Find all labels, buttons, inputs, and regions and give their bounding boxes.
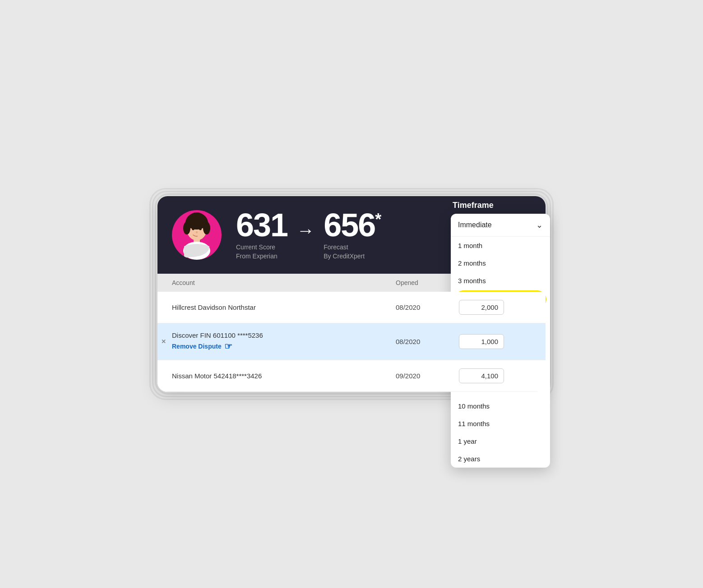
table-row-highlighted: ✕ Discover FIN 601100 ****5236 Remove Di… <box>157 323 546 360</box>
credit-input-wrapper-discover <box>459 334 531 349</box>
opened-date-hillcrest: 08/2020 <box>396 303 459 311</box>
timeframe-option-11months[interactable]: 11 months <box>451 415 550 432</box>
account-name-hillcrest: Hillcrest Davidson Northstar <box>172 303 396 311</box>
svg-point-8 <box>199 227 202 230</box>
high-credit-input-hillcrest[interactable] <box>459 300 504 315</box>
timeframe-option-2years[interactable]: 2 years <box>451 450 550 468</box>
timeframe-option-3months[interactable]: 3 months <box>451 272 550 289</box>
opened-date-nissan: 09/2020 <box>396 372 459 380</box>
high-credit-input-nissan[interactable] <box>459 368 504 383</box>
col-header-account: Account <box>172 279 396 286</box>
current-score-label: Current Score From Experian <box>236 243 278 261</box>
current-score-number: 631 <box>236 209 287 241</box>
remove-row-button[interactable]: ✕ <box>161 338 166 345</box>
svg-point-9 <box>196 231 198 234</box>
timeframe-option-1month[interactable]: 1 month <box>451 237 550 254</box>
credit-input-wrapper-hillcrest <box>459 300 531 315</box>
remove-dispute-link[interactable]: Remove Dispute ☞ <box>172 341 396 352</box>
table-section: Account Opened High Credit Hillcrest Dav… <box>157 274 546 392</box>
account-name-nissan: Nissan Motor 542418****3426 <box>172 372 396 380</box>
chevron-down-icon: ⌄ <box>536 220 543 230</box>
credit-input-wrapper-nissan <box>459 368 531 383</box>
avatar-image <box>174 212 219 260</box>
col-header-opened: Opened <box>396 279 459 286</box>
current-score-block: 631 Current Score From Experian <box>236 209 287 261</box>
table-row: Hillcrest Davidson Northstar 08/2020 <box>157 292 546 323</box>
arrow-icon: → <box>296 220 314 241</box>
timeframe-option-2months[interactable]: 2 months <box>451 254 550 272</box>
account-info-discover: Discover FIN 601100 ****5236 Remove Disp… <box>172 331 396 352</box>
forecast-score-label: Forecast By CreditXpert <box>324 243 365 261</box>
table-row-nissan: Nissan Motor 542418****3426 09/2020 <box>157 360 546 392</box>
svg-point-4 <box>203 222 210 234</box>
svg-point-7 <box>192 227 194 230</box>
header-section: 631 Current Score From Experian → 656* F… <box>157 196 546 273</box>
timeframe-option-10months[interactable]: 10 months <box>451 397 550 415</box>
account-name-discover: Discover FIN 601100 ****5236 <box>172 331 396 339</box>
main-card: 631 Current Score From Experian → 656* F… <box>157 196 546 391</box>
avatar-container <box>172 210 222 260</box>
timeframe-label: Timeframe <box>451 201 550 210</box>
timeframe-selected-text: Immediate <box>458 221 492 229</box>
high-credit-input-discover[interactable] <box>459 334 504 349</box>
forecast-score-number: 656* <box>324 209 380 241</box>
svg-point-3 <box>183 222 190 234</box>
timeframe-selected-option[interactable]: Immediate ⌄ <box>451 214 550 237</box>
forecast-score-block: 656* Forecast By CreditXpert <box>324 209 380 261</box>
app-wrapper: 631 Current Score From Experian → 656* F… <box>157 196 546 391</box>
avatar <box>172 210 222 260</box>
cursor-hand-icon: ☞ <box>224 341 232 352</box>
timeframe-option-1year[interactable]: 1 year <box>451 432 550 450</box>
opened-date-discover: 08/2020 <box>396 338 459 345</box>
